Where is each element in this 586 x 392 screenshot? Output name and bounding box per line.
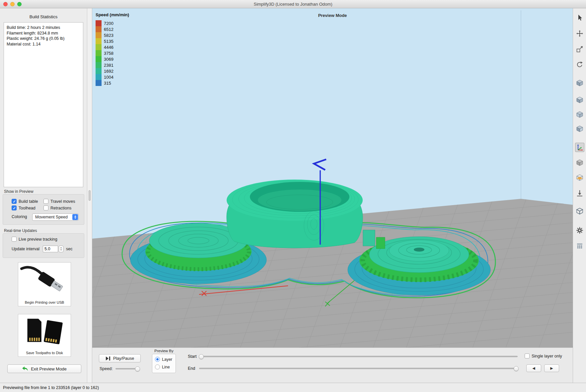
show-in-preview-group: Build table Travel moves Toolhead Retrac… <box>3 194 84 225</box>
speed-slider-thumb[interactable] <box>135 366 140 371</box>
start-slider[interactable] <box>199 356 518 357</box>
view-side-button[interactable] <box>575 124 584 133</box>
speed-label: Speed: <box>100 366 113 371</box>
realtime-updates-group: Live preview tracking Update interval ▲▼… <box>3 233 84 258</box>
view-front-button[interactable] <box>575 110 584 119</box>
3d-scene[interactable] <box>92 8 573 348</box>
legend-swatch <box>96 56 102 62</box>
stat-filament-length: Filament length: 8234.8 mm <box>7 31 80 36</box>
build-table-label: Build table <box>19 199 38 204</box>
update-interval-label: Update interval <box>12 247 39 251</box>
window-title: Simplify3D (Licensed to Jonathan Odom) <box>254 2 332 7</box>
view-top-button[interactable] <box>575 95 584 105</box>
legend-swatch <box>96 32 102 38</box>
update-interval-stepper[interactable]: ▲▼ <box>59 246 63 252</box>
legend-row: 1692 <box>96 68 129 74</box>
cube-icon <box>576 96 584 104</box>
coloring-label: Coloring <box>12 214 27 219</box>
preview-by-layer-radio[interactable] <box>155 357 160 362</box>
preview-controls-bar: Play/Pause Speed: Preview By Layer Line … <box>92 348 573 383</box>
cube-outline-icon <box>576 207 584 215</box>
panel-splitter[interactable] <box>87 8 92 383</box>
legend-row: 1004 <box>96 74 129 80</box>
legend-swatch <box>96 50 102 56</box>
cross-section-icon <box>576 174 584 182</box>
sd-cards-icon <box>20 316 69 347</box>
wireframe-view-button[interactable] <box>575 206 584 216</box>
coloring-dropdown[interactable]: Movement Speed <box>32 213 79 221</box>
legend-swatch <box>96 26 102 32</box>
exit-preview-mode-button[interactable]: Exit Preview Mode <box>7 364 81 373</box>
next-layer-button[interactable]: ▶ <box>544 364 559 372</box>
legend-swatch <box>96 44 102 50</box>
3d-viewport[interactable]: Preview Mode Speed (mm/min) 7200 6512 58… <box>92 8 573 348</box>
cube-icon <box>576 79 584 87</box>
return-arrow-icon <box>22 366 29 371</box>
play-pause-button[interactable]: Play/Pause <box>99 354 141 362</box>
build-statistics-title: Build Statistics <box>0 14 87 19</box>
speed-slider[interactable] <box>115 368 139 369</box>
select-tool-button[interactable] <box>575 13 584 22</box>
travel-moves-label: Travel moves <box>50 199 75 204</box>
travel-moves-checkbox[interactable] <box>43 199 48 204</box>
cross-section-button[interactable] <box>575 173 584 182</box>
zoom-window-button[interactable] <box>17 2 22 6</box>
live-preview-tracking-label: Live preview tracking <box>19 237 57 242</box>
live-preview-tracking-checkbox[interactable] <box>12 237 17 242</box>
perspective-view-button[interactable] <box>575 158 584 167</box>
single-layer-only-label: Single layer only <box>532 354 562 358</box>
build-statistics-box: Build time: 2 hours 2 minutes Filament l… <box>4 22 83 187</box>
legend-row: 3758 <box>96 50 129 56</box>
legend-row: 2381 <box>96 62 129 68</box>
close-window-button[interactable] <box>3 2 8 6</box>
drop-to-table-button[interactable] <box>575 189 584 198</box>
start-label: Start <box>188 354 196 359</box>
toolhead-label: Toolhead <box>19 206 36 210</box>
rotate-tool-button[interactable] <box>575 60 584 69</box>
gear-icon <box>576 226 584 234</box>
begin-printing-usb-button[interactable]: Begin Printing over USB <box>18 262 71 306</box>
speed-legend-title: Speed (mm/min) <box>96 12 129 17</box>
dropdown-arrows-icon <box>72 214 78 220</box>
retractions-label: Retractions <box>50 206 71 210</box>
axes-icon <box>576 143 584 151</box>
cube-icon <box>576 111 584 118</box>
drop-arrow-icon <box>576 189 584 197</box>
status-text: Previewing file from line 1 to 233516 (l… <box>3 385 99 390</box>
preview-by-group: Layer Line <box>152 354 176 373</box>
support-structures-button[interactable] <box>575 241 584 251</box>
end-slider-thumb[interactable] <box>514 366 519 371</box>
app-window: Simplify3D (Licensed to Jonathan Odom) B… <box>0 0 586 392</box>
single-layer-only-checkbox[interactable] <box>525 353 530 358</box>
preview-mode-label: Preview Mode <box>92 13 573 18</box>
coordinate-axes-button[interactable] <box>575 143 584 152</box>
preview-by-line-radio[interactable] <box>155 364 160 369</box>
play-pause-label: Play/Pause <box>113 356 134 361</box>
retractions-checkbox[interactable] <box>43 205 48 210</box>
scale-tool-button[interactable] <box>575 44 584 54</box>
move-tool-button[interactable] <box>575 29 584 38</box>
view-default-button[interactable] <box>575 78 584 88</box>
legend-row: 5823 <box>96 32 129 38</box>
legend-row: 3069 <box>96 56 129 62</box>
build-table-checkbox[interactable] <box>12 199 17 204</box>
legend-swatch <box>96 62 102 68</box>
next-arrow-icon: ▶ <box>550 366 553 370</box>
legend-swatch <box>96 68 102 74</box>
cube-icon <box>576 125 584 133</box>
save-toolpaths-button[interactable]: Save Toolpaths to Disk <box>18 314 71 357</box>
save-toolpaths-label: Save Toolpaths to Disk <box>26 351 63 355</box>
stat-plastic-weight: Plastic weight: 24.76 g (0.05 lb) <box>7 36 80 41</box>
scale-icon <box>576 45 584 53</box>
usb-cable-icon <box>20 265 69 296</box>
title-bar: Simplify3D (Licensed to Jonathan Odom) <box>0 0 586 8</box>
toolhead-checkbox[interactable] <box>12 205 17 210</box>
previous-layer-button[interactable]: ◀ <box>526 364 541 372</box>
start-slider-thumb[interactable] <box>199 354 204 359</box>
settings-button[interactable] <box>575 226 584 235</box>
legend-swatch <box>96 20 102 26</box>
begin-printing-usb-label: Begin Printing over USB <box>25 300 64 304</box>
update-interval-input[interactable] <box>43 246 58 252</box>
end-slider[interactable] <box>199 368 518 369</box>
minimize-window-button[interactable] <box>10 2 15 6</box>
